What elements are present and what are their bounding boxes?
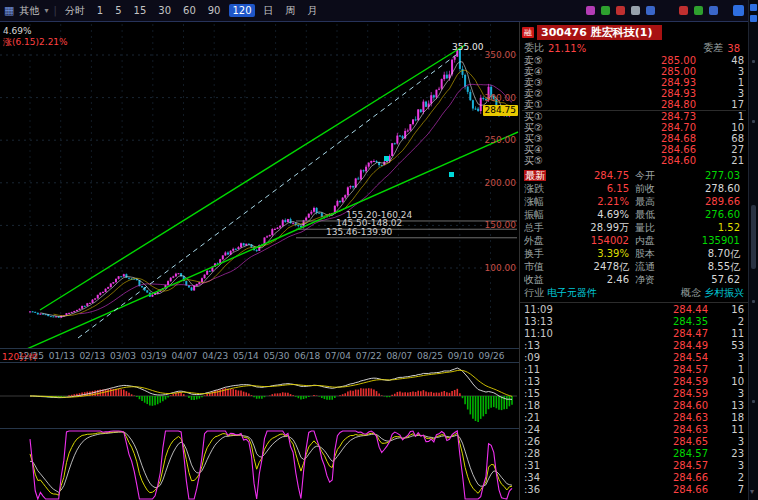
book-volume: 68 [712,133,744,144]
support-level-label: 135.46-139.90 [326,228,392,237]
ask-row[interactable]: 卖①284.8017 [522,99,746,110]
tick-volume: 2 [708,316,744,328]
chart-amplitude-overlay: 4.69% [3,26,32,36]
toolbar-shortcut-chip[interactable] [616,6,625,15]
app-window: ▦ 其他 ▾ | 分时1515306090120日周月 4.69% 涨(6.15… [0,0,758,500]
tick-row: :28284.5723 [522,448,746,460]
period-button-30[interactable]: 30 [155,4,174,17]
chart-change-overlay: 涨(6.15)2.21% [3,36,68,49]
scrollbar-thumb[interactable] [751,205,756,269]
tick-row: :18284.6013 [522,400,746,412]
tick-price: 284.49 [556,340,708,352]
stat-value: 2.21% [556,195,635,208]
date-label: 03/19 [141,351,167,361]
margin-trading-badge: 融 [522,27,534,38]
period-button-90[interactable]: 90 [205,4,224,17]
book-level-label: 卖④ [524,66,550,77]
book-price: 284.93 [550,88,712,99]
quote-header: 融 300476 胜宏科技(1) [520,24,748,41]
tick-time: :13 [524,340,556,352]
ask-row[interactable]: 卖④285.003 [522,66,746,77]
tick-volume: 23 [708,448,744,460]
y-axis-label: 350.00 [485,50,517,60]
toolbar-shortcut-chip[interactable] [601,6,610,15]
period-button-周[interactable]: 周 [283,3,299,19]
date-label: 08/07 [386,351,412,361]
tick-time: :31 [524,460,556,472]
tick-volume: 10 [708,376,744,388]
stat-label: 股本 [635,247,667,260]
toolbar-shortcut-chip[interactable] [646,6,655,15]
period-button-1[interactable]: 1 [94,4,106,17]
sidebar-dot-1 [752,60,755,63]
date-label: 09/10 [448,351,474,361]
panel-layout-icon[interactable] [733,5,744,16]
period-button-5[interactable]: 5 [112,4,124,17]
stat-label: 今开 [635,169,667,182]
stock-title-banner[interactable]: 300476 胜宏科技(1) [537,25,662,40]
period-button-月[interactable]: 月 [305,3,321,19]
tick-row: 11:10284.4711 [522,328,746,340]
main-chart[interactable]: 4.69% 涨(6.15)2.21% 355.00 284.75 350.003… [0,22,519,348]
y-axis-label: 200.00 [485,178,517,188]
period-button-120[interactable]: 120 [229,4,254,17]
bid-row[interactable]: 买③284.6868 [522,133,746,144]
toolbar-shortcut-chip[interactable] [631,6,640,15]
period-button-日[interactable]: 日 [261,3,277,19]
book-volume: 1 [712,77,744,88]
toolbar-shortcut-chip[interactable] [679,6,688,15]
date-label: 05/14 [233,351,259,361]
bid-row[interactable]: 买⑤284.6021 [522,155,746,166]
tick-time: :15 [524,388,556,400]
period-button-分时[interactable]: 分时 [62,3,88,19]
kdj-panel[interactable] [0,428,519,500]
tick-price: 284.66 [556,472,708,484]
tick-time: :26 [524,436,556,448]
book-volume: 48 [712,55,744,66]
bid-row[interactable]: 买②284.7010 [522,122,746,133]
menu-button[interactable]: 其他 [19,4,39,18]
tick-time: :28 [524,448,556,460]
toolbar-shortcut-chip[interactable] [586,6,595,15]
ask-row[interactable]: 卖⑤285.0048 [522,55,746,66]
tick-row: :11284.571 [522,364,746,376]
book-volume: 3 [712,66,744,77]
toolbar-divider: | [53,5,56,16]
sidebar-icon-1[interactable] [750,4,757,11]
sidebar-icon-2[interactable] [750,15,757,22]
bid-row[interactable]: 买①284.731 [522,110,746,122]
scroll-down-icon[interactable]: ▾ [750,487,754,496]
quote-panel: 融 300476 胜宏科技(1) 委比 21.11% 委差 38 卖⑤285.0… [519,22,748,500]
date-label: 08/25 [417,351,443,361]
toolbar-shortcut-chip[interactable] [694,6,703,15]
stat-label: 换手 [524,247,556,260]
period-button-60[interactable]: 60 [180,4,199,17]
app-menu-icon[interactable]: ▦ [4,4,14,17]
ask-row[interactable]: 卖③284.931 [522,77,746,88]
price-chart-svg[interactable] [0,22,519,348]
industry-value[interactable]: 电子元器件 [547,286,597,299]
macd-panel[interactable] [0,362,519,429]
date-label: 12/25 [18,351,44,361]
ask-row[interactable]: 卖②284.933 [522,88,746,99]
tick-time: :13 [524,376,556,388]
stat-label: 市值 [524,260,556,273]
stat-value: 154002 [556,234,635,247]
kdj-chart-svg[interactable] [0,429,519,500]
toolbar-periods: 分时1515306090120日周月 [62,3,321,19]
stat-value: 57.62 [667,273,746,286]
bid-row[interactable]: 买④284.6627 [522,144,746,155]
stat-label: 总手 [524,221,556,234]
stat-value: 289.66 [667,195,746,208]
book-price: 284.70 [550,122,712,133]
toolbar-shortcut-chip[interactable] [709,6,718,15]
period-button-15[interactable]: 15 [131,4,150,17]
macd-chart-svg[interactable] [0,363,519,428]
date-label: 03/03 [110,351,136,361]
tick-volume: 3 [708,460,744,472]
tick-price: 284.57 [556,448,708,460]
concept-value[interactable]: 乡村振兴 [704,286,744,299]
tick-price: 284.47 [556,328,708,340]
tick-volume: 3 [708,352,744,364]
date-axis: 120分钟 12/2501/1302/1303/0303/1904/0704/2… [0,348,519,363]
